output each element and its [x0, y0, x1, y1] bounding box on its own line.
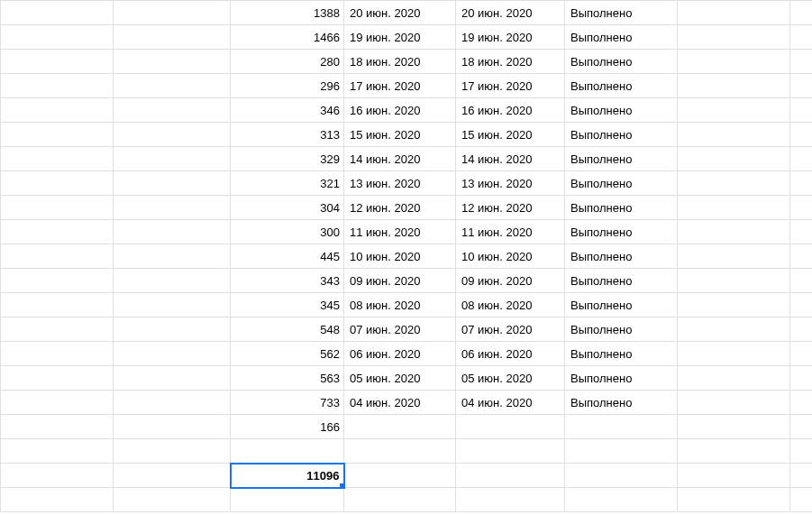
- cell-empty[interactable]: [1, 147, 114, 171]
- cell-empty[interactable]: [1, 196, 114, 220]
- cell-empty[interactable]: [114, 98, 231, 123]
- cell-empty[interactable]: [114, 25, 231, 50]
- cell-empty[interactable]: [1, 391, 114, 415]
- cell-date2[interactable]: 12 июн. 2020: [456, 196, 565, 220]
- cell-date1[interactable]: 16 июн. 2020: [344, 98, 456, 123]
- cell-empty[interactable]: [114, 171, 231, 196]
- cell-status[interactable]: Выполнено: [565, 293, 678, 317]
- cell-value[interactable]: 329: [231, 147, 344, 171]
- cell-empty[interactable]: [1, 269, 114, 293]
- cell-empty[interactable]: [565, 488, 678, 512]
- cell-date2[interactable]: 07 июн. 2020: [456, 317, 565, 342]
- cell-date2[interactable]: 09 июн. 2020: [456, 269, 565, 293]
- cell-empty[interactable]: [678, 147, 790, 171]
- cell-empty[interactable]: [678, 439, 790, 464]
- cell-status[interactable]: Выполнено: [565, 50, 678, 74]
- cell-value[interactable]: 548: [231, 317, 344, 342]
- cell-status[interactable]: Выполнено: [565, 366, 678, 391]
- cell-empty[interactable]: [678, 391, 790, 415]
- cell-empty[interactable]: [790, 74, 813, 98]
- cell-value[interactable]: 300: [231, 220, 344, 244]
- cell-date2[interactable]: 14 июн. 2020: [456, 147, 565, 171]
- cell-empty[interactable]: [1, 74, 114, 98]
- cell-empty[interactable]: [344, 439, 456, 464]
- cell-date2[interactable]: 16 июн. 2020: [456, 98, 565, 123]
- cell-empty[interactable]: [678, 317, 790, 342]
- cell-date2[interactable]: 15 июн. 2020: [456, 123, 565, 147]
- cell-value[interactable]: 445: [231, 244, 344, 269]
- cell-status[interactable]: Выполнено: [565, 391, 678, 415]
- cell-empty[interactable]: [678, 98, 790, 123]
- cell-empty[interactable]: [790, 147, 813, 171]
- cell-date1[interactable]: 17 июн. 2020: [344, 74, 456, 98]
- spreadsheet-grid[interactable]: 138820 июн. 202020 июн. 2020Выполнено146…: [0, 0, 812, 512]
- cell-value[interactable]: 313: [231, 123, 344, 147]
- cell-status[interactable]: Выполнено: [565, 74, 678, 98]
- cell-date1[interactable]: 04 июн. 2020: [344, 391, 456, 415]
- cell-empty[interactable]: [678, 1, 790, 25]
- cell-empty[interactable]: [1, 1, 114, 25]
- cell-empty[interactable]: [1, 464, 114, 488]
- cell-date2[interactable]: [456, 415, 565, 439]
- cell-status[interactable]: Выполнено: [565, 269, 678, 293]
- cell-empty[interactable]: [790, 415, 813, 439]
- cell-date2[interactable]: 08 июн. 2020: [456, 293, 565, 317]
- cell-date1[interactable]: 19 июн. 2020: [344, 25, 456, 50]
- cell-empty[interactable]: [678, 220, 790, 244]
- cell-empty[interactable]: [678, 123, 790, 147]
- cell-empty[interactable]: [114, 269, 231, 293]
- cell-value[interactable]: 304: [231, 196, 344, 220]
- cell-empty[interactable]: [456, 439, 565, 464]
- cell-empty[interactable]: [790, 293, 813, 317]
- cell-date1[interactable]: 08 июн. 2020: [344, 293, 456, 317]
- cell-status[interactable]: Выполнено: [565, 25, 678, 50]
- cell-status[interactable]: Выполнено: [565, 196, 678, 220]
- cell-empty[interactable]: [114, 147, 231, 171]
- cell-empty[interactable]: [1, 220, 114, 244]
- cell-empty[interactable]: [114, 342, 231, 366]
- cell-empty[interactable]: [1, 366, 114, 391]
- cell-empty[interactable]: [678, 196, 790, 220]
- cell-value[interactable]: 1466: [231, 25, 344, 50]
- cell-status[interactable]: Выполнено: [565, 220, 678, 244]
- cell-empty[interactable]: [565, 439, 678, 464]
- cell-empty[interactable]: [114, 50, 231, 74]
- cell-empty[interactable]: [790, 220, 813, 244]
- cell-empty[interactable]: [1, 123, 114, 147]
- cell-date1[interactable]: 11 июн. 2020: [344, 220, 456, 244]
- cell-date2[interactable]: 10 июн. 2020: [456, 244, 565, 269]
- cell-status[interactable]: Выполнено: [565, 147, 678, 171]
- cell-empty[interactable]: [114, 220, 231, 244]
- cell-date2[interactable]: 17 июн. 2020: [456, 74, 565, 98]
- cell-date1[interactable]: 13 июн. 2020: [344, 171, 456, 196]
- cell-empty[interactable]: [114, 1, 231, 25]
- cell-empty[interactable]: [790, 464, 813, 488]
- cell-date2[interactable]: 13 июн. 2020: [456, 171, 565, 196]
- cell-empty[interactable]: [114, 366, 231, 391]
- cell-empty[interactable]: [1, 171, 114, 196]
- cell-date1[interactable]: 07 июн. 2020: [344, 317, 456, 342]
- cell-empty[interactable]: [565, 464, 678, 488]
- cell-date2[interactable]: 04 июн. 2020: [456, 391, 565, 415]
- cell-empty[interactable]: [1, 244, 114, 269]
- cell-empty[interactable]: [790, 439, 813, 464]
- cell-empty[interactable]: [231, 439, 344, 464]
- cell-empty[interactable]: [231, 488, 344, 512]
- cell-status[interactable]: Выполнено: [565, 1, 678, 25]
- cell-empty[interactable]: [114, 488, 231, 512]
- cell-status[interactable]: Выполнено: [565, 171, 678, 196]
- cell-empty[interactable]: [456, 488, 565, 512]
- cell-empty[interactable]: [790, 244, 813, 269]
- cell-empty[interactable]: [456, 464, 565, 488]
- cell-empty[interactable]: [1, 415, 114, 439]
- cell-empty[interactable]: [344, 488, 456, 512]
- cell-empty[interactable]: [790, 269, 813, 293]
- cell-empty[interactable]: [114, 244, 231, 269]
- cell-empty[interactable]: [790, 98, 813, 123]
- cell-date1[interactable]: 12 июн. 2020: [344, 196, 456, 220]
- cell-empty[interactable]: [114, 464, 231, 488]
- cell-empty[interactable]: [1, 342, 114, 366]
- cell-empty[interactable]: [790, 25, 813, 50]
- cell-value[interactable]: 562: [231, 342, 344, 366]
- cell-empty[interactable]: [678, 342, 790, 366]
